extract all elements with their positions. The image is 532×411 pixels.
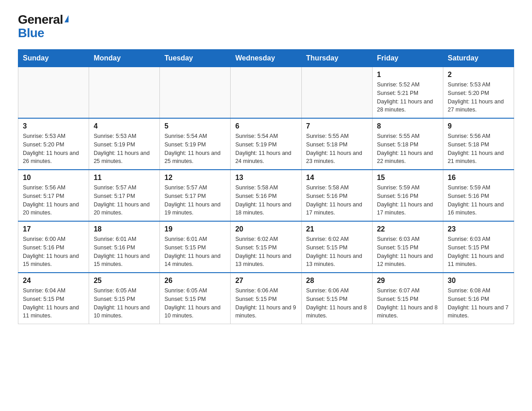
- calendar-day-cell: 8Sunrise: 5:55 AM Sunset: 5:18 PM Daylig…: [372, 118, 443, 170]
- day-info: Sunrise: 5:56 AM Sunset: 5:18 PM Dayligh…: [448, 132, 509, 166]
- calendar-day-cell: [160, 67, 231, 119]
- calendar-day-cell: 9Sunrise: 5:56 AM Sunset: 5:18 PM Daylig…: [443, 118, 514, 170]
- day-number: 4: [94, 122, 155, 130]
- day-info: Sunrise: 5:55 AM Sunset: 5:18 PM Dayligh…: [377, 132, 438, 166]
- calendar-header-tuesday: Tuesday: [160, 50, 231, 67]
- calendar-day-cell: 27Sunrise: 6:06 AM Sunset: 5:15 PM Dayli…: [231, 273, 301, 324]
- calendar-day-cell: 18Sunrise: 6:01 AM Sunset: 5:16 PM Dayli…: [89, 221, 160, 273]
- day-number: 27: [235, 277, 296, 285]
- day-number: 30: [448, 277, 509, 285]
- calendar-day-cell: 23Sunrise: 6:03 AM Sunset: 5:15 PM Dayli…: [443, 221, 514, 273]
- day-number: 13: [235, 174, 296, 182]
- calendar-day-cell: 5Sunrise: 5:54 AM Sunset: 5:19 PM Daylig…: [160, 118, 231, 170]
- calendar-header-monday: Monday: [89, 50, 160, 67]
- calendar-day-cell: [18, 67, 89, 119]
- day-info: Sunrise: 6:03 AM Sunset: 5:15 PM Dayligh…: [448, 235, 509, 269]
- day-number: 23: [448, 225, 509, 233]
- calendar-week-row: 1Sunrise: 5:52 AM Sunset: 5:21 PM Daylig…: [18, 67, 514, 119]
- calendar-day-cell: 16Sunrise: 5:59 AM Sunset: 5:16 PM Dayli…: [443, 170, 514, 221]
- day-info: Sunrise: 6:02 AM Sunset: 5:15 PM Dayligh…: [235, 235, 296, 269]
- day-number: 24: [23, 277, 84, 285]
- day-number: 29: [377, 277, 438, 285]
- calendar-day-cell: 2Sunrise: 5:53 AM Sunset: 5:20 PM Daylig…: [443, 67, 514, 119]
- day-info: Sunrise: 5:56 AM Sunset: 5:17 PM Dayligh…: [23, 184, 84, 217]
- day-info: Sunrise: 6:00 AM Sunset: 5:16 PM Dayligh…: [23, 235, 84, 269]
- day-number: 18: [94, 225, 155, 233]
- logo-general-text: General: [18, 13, 63, 26]
- calendar-week-row: 10Sunrise: 5:56 AM Sunset: 5:17 PM Dayli…: [18, 170, 514, 221]
- day-number: 2: [448, 71, 509, 79]
- day-number: 1: [377, 71, 438, 79]
- day-number: 25: [94, 277, 155, 285]
- day-info: Sunrise: 6:05 AM Sunset: 5:15 PM Dayligh…: [94, 287, 155, 320]
- calendar-day-cell: 29Sunrise: 6:07 AM Sunset: 5:15 PM Dayli…: [372, 273, 443, 324]
- calendar-day-cell: 19Sunrise: 6:01 AM Sunset: 5:15 PM Dayli…: [160, 221, 231, 273]
- day-info: Sunrise: 5:55 AM Sunset: 5:18 PM Dayligh…: [306, 132, 368, 166]
- calendar-header-friday: Friday: [372, 50, 443, 67]
- day-number: 3: [23, 122, 84, 130]
- day-info: Sunrise: 5:53 AM Sunset: 5:20 PM Dayligh…: [448, 81, 509, 114]
- calendar-day-cell: [89, 67, 160, 119]
- day-number: 19: [164, 225, 226, 233]
- day-info: Sunrise: 5:59 AM Sunset: 5:16 PM Dayligh…: [448, 184, 509, 217]
- day-number: 6: [235, 122, 296, 130]
- day-info: Sunrise: 5:53 AM Sunset: 5:20 PM Dayligh…: [23, 132, 84, 166]
- calendar-header-thursday: Thursday: [301, 50, 372, 67]
- day-number: 8: [377, 122, 438, 130]
- day-info: Sunrise: 6:06 AM Sunset: 5:15 PM Dayligh…: [235, 287, 296, 320]
- calendar-header-wednesday: Wednesday: [231, 50, 301, 67]
- day-number: 10: [23, 174, 84, 182]
- calendar-day-cell: [301, 67, 372, 119]
- day-info: Sunrise: 6:03 AM Sunset: 5:15 PM Dayligh…: [377, 235, 438, 269]
- calendar-day-cell: [231, 67, 301, 119]
- day-info: Sunrise: 6:01 AM Sunset: 5:16 PM Dayligh…: [94, 235, 155, 269]
- day-number: 12: [164, 174, 226, 182]
- calendar-day-cell: 28Sunrise: 6:06 AM Sunset: 5:15 PM Dayli…: [301, 273, 372, 324]
- calendar-day-cell: 4Sunrise: 5:53 AM Sunset: 5:19 PM Daylig…: [89, 118, 160, 170]
- day-info: Sunrise: 5:57 AM Sunset: 5:17 PM Dayligh…: [94, 184, 155, 217]
- calendar-week-row: 3Sunrise: 5:53 AM Sunset: 5:20 PM Daylig…: [18, 118, 514, 170]
- day-info: Sunrise: 6:01 AM Sunset: 5:15 PM Dayligh…: [164, 235, 226, 269]
- calendar-day-cell: 1Sunrise: 5:52 AM Sunset: 5:21 PM Daylig…: [372, 67, 443, 119]
- calendar-day-cell: 7Sunrise: 5:55 AM Sunset: 5:18 PM Daylig…: [301, 118, 372, 170]
- calendar-week-row: 24Sunrise: 6:04 AM Sunset: 5:15 PM Dayli…: [18, 273, 514, 324]
- day-info: Sunrise: 5:54 AM Sunset: 5:19 PM Dayligh…: [235, 132, 296, 166]
- day-info: Sunrise: 5:52 AM Sunset: 5:21 PM Dayligh…: [377, 81, 438, 114]
- calendar-week-row: 17Sunrise: 6:00 AM Sunset: 5:16 PM Dayli…: [18, 221, 514, 273]
- day-number: 17: [23, 225, 84, 233]
- calendar-day-cell: 12Sunrise: 5:57 AM Sunset: 5:17 PM Dayli…: [160, 170, 231, 221]
- calendar-day-cell: 24Sunrise: 6:04 AM Sunset: 5:15 PM Dayli…: [18, 273, 89, 324]
- day-info: Sunrise: 5:57 AM Sunset: 5:17 PM Dayligh…: [164, 184, 226, 217]
- day-info: Sunrise: 6:05 AM Sunset: 5:15 PM Dayligh…: [164, 287, 226, 320]
- day-number: 9: [448, 122, 509, 130]
- logo: General Blue: [18, 13, 69, 40]
- calendar-day-cell: 17Sunrise: 6:00 AM Sunset: 5:16 PM Dayli…: [18, 221, 89, 273]
- day-number: 16: [448, 174, 509, 182]
- logo-blue-text: Blue: [18, 26, 44, 40]
- day-number: 11: [94, 174, 155, 182]
- day-info: Sunrise: 5:53 AM Sunset: 5:19 PM Dayligh…: [94, 132, 155, 166]
- calendar-day-cell: 6Sunrise: 5:54 AM Sunset: 5:19 PM Daylig…: [231, 118, 301, 170]
- day-number: 26: [164, 277, 226, 285]
- page-header: General Blue: [18, 13, 514, 40]
- calendar-header-sunday: Sunday: [18, 50, 89, 67]
- calendar-day-cell: 10Sunrise: 5:56 AM Sunset: 5:17 PM Dayli…: [18, 170, 89, 221]
- day-info: Sunrise: 6:07 AM Sunset: 5:15 PM Dayligh…: [377, 287, 438, 320]
- day-info: Sunrise: 5:54 AM Sunset: 5:19 PM Dayligh…: [164, 132, 226, 166]
- calendar-day-cell: 15Sunrise: 5:59 AM Sunset: 5:16 PM Dayli…: [372, 170, 443, 221]
- calendar-day-cell: 21Sunrise: 6:02 AM Sunset: 5:15 PM Dayli…: [301, 221, 372, 273]
- day-number: 28: [306, 277, 368, 285]
- calendar-header-row: SundayMondayTuesdayWednesdayThursdayFrid…: [18, 50, 514, 67]
- calendar-day-cell: 11Sunrise: 5:57 AM Sunset: 5:17 PM Dayli…: [89, 170, 160, 221]
- calendar-day-cell: 26Sunrise: 6:05 AM Sunset: 5:15 PM Dayli…: [160, 273, 231, 324]
- calendar-header-saturday: Saturday: [443, 50, 514, 67]
- day-number: 20: [235, 225, 296, 233]
- day-number: 5: [164, 122, 226, 130]
- day-info: Sunrise: 5:59 AM Sunset: 5:16 PM Dayligh…: [377, 184, 438, 217]
- day-number: 22: [377, 225, 438, 233]
- logo-triangle-icon: [64, 15, 69, 22]
- day-info: Sunrise: 6:04 AM Sunset: 5:15 PM Dayligh…: [23, 287, 84, 320]
- day-info: Sunrise: 6:08 AM Sunset: 5:16 PM Dayligh…: [448, 287, 509, 320]
- day-info: Sunrise: 5:58 AM Sunset: 5:16 PM Dayligh…: [306, 184, 368, 217]
- calendar-day-cell: 25Sunrise: 6:05 AM Sunset: 5:15 PM Dayli…: [89, 273, 160, 324]
